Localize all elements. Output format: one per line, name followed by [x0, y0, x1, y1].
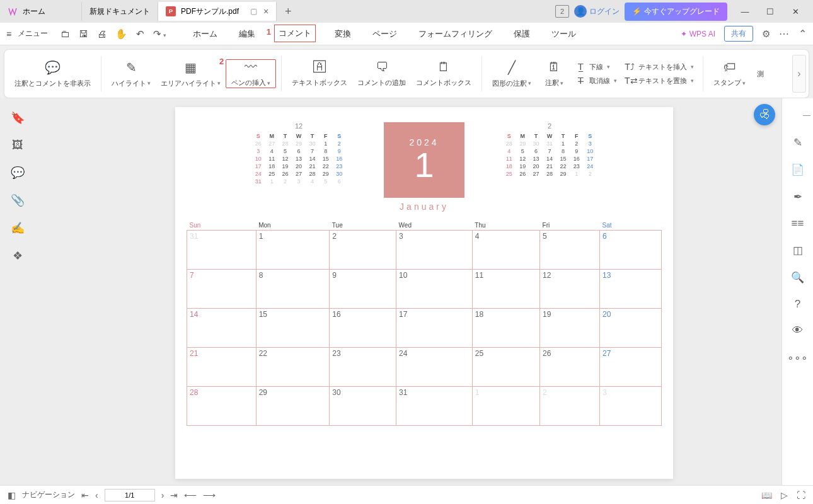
document-viewport[interactable]: 12 SMTWTFS262728293012345678910111213141…	[35, 98, 813, 485]
menutab-convert[interactable]: 変換	[332, 25, 354, 43]
main-calendar: SunMonTueWedThuFriSat3112345678910111213…	[187, 220, 662, 426]
tab-newdoc[interactable]: 新規ドキュメント	[82, 2, 158, 21]
hand-icon[interactable]: ✋	[113, 27, 130, 41]
more-tools-icon[interactable]: ∘∘∘	[787, 351, 808, 364]
last-page-icon[interactable]: ⇥	[170, 490, 178, 500]
window-close[interactable]: ✕	[783, 2, 808, 21]
menutab-home[interactable]: ホーム	[190, 25, 220, 43]
statusbar: ◧ ナビゲーション ⇤ ‹ › ⇥ ⟵ ⟶ 📖 ▷ ⛶	[0, 485, 813, 504]
window-minimize[interactable]: —	[732, 2, 758, 21]
next-page-icon[interactable]: ›	[161, 490, 164, 500]
comment-box-icon: 🗒	[437, 60, 450, 74]
collapse-right-icon[interactable]: —	[800, 108, 813, 122]
upgrade-button[interactable]: ⚡ 今すぐアップグレード	[625, 3, 727, 21]
right-sidebar: — ✎ 📄 ✒ ≡≡ ◫ 🔍 ? 👁 ∘∘∘	[781, 98, 813, 485]
redo-icon[interactable]: ↷	[151, 27, 169, 41]
play-icon[interactable]: ▷	[781, 490, 788, 500]
add-comment-button[interactable]: 🗨 コメントの追加	[352, 50, 411, 98]
measure-button[interactable]: 測	[751, 50, 770, 98]
sparkle-icon: ✦	[681, 30, 687, 38]
login-button[interactable]: 👤 ログイン	[574, 5, 620, 18]
translate-float-button[interactable]: 🗫	[754, 104, 775, 125]
thumbnail-icon[interactable]: 🖼	[12, 139, 23, 152]
compare-icon[interactable]: ≡≡	[792, 217, 804, 230]
present-icon[interactable]: ▢	[250, 7, 257, 16]
menutab-tool[interactable]: ツール	[549, 25, 579, 43]
attachment-icon[interactable]: 📎	[11, 193, 25, 207]
ribbon-scroll-right[interactable]: ›	[792, 55, 806, 93]
replace-text-button[interactable]: T⇄テキストを置換	[625, 76, 694, 86]
menutab-protect[interactable]: 保護	[511, 25, 533, 43]
insert-text-button[interactable]: T⤴テキストを挿入	[625, 62, 694, 72]
eye-icon[interactable]: 👁	[792, 324, 803, 337]
tab-home-label: ホーム	[23, 6, 45, 17]
first-page-icon[interactable]: ⇤	[81, 490, 89, 500]
tab-newdoc-label: 新規ドキュメント	[89, 6, 150, 17]
bookmark-icon[interactable]: 🔖	[11, 111, 25, 125]
wpsai-button[interactable]: ✦ WPS AI	[681, 30, 715, 38]
textbox-icon: 🄰	[313, 60, 326, 74]
layers-icon[interactable]: ❖	[13, 249, 23, 263]
underline-button[interactable]: T̲下線	[575, 62, 617, 72]
comment-panel-icon[interactable]: 💬	[11, 166, 25, 180]
replace-text-icon: T⇄	[625, 76, 635, 86]
prev-page-icon[interactable]: ‹	[95, 490, 98, 500]
window-maximize[interactable]: ☐	[758, 2, 783, 21]
export-icon[interactable]: 📄	[791, 163, 804, 176]
new-tab-button[interactable]: +	[277, 5, 299, 18]
settings-icon[interactable]: ⚙	[762, 28, 770, 40]
pen-insert-button[interactable]: 〰 ペンの挿入	[226, 59, 276, 88]
sign-icon[interactable]: ✒	[793, 190, 802, 203]
pdf-icon: P	[166, 6, 176, 16]
undo-icon[interactable]: ↶	[134, 27, 147, 41]
page-input[interactable]	[105, 489, 155, 501]
hamburger-icon[interactable]: ≡	[6, 29, 11, 39]
tab-active-file[interactable]: P PDFサンプル.pdf ▢ ×	[158, 2, 277, 21]
login-label: ログイン	[589, 6, 620, 17]
main-area: 🔖 🖼 💬 📎 ✍ ❖ 12 SMTWTFS262728293012345678…	[0, 98, 813, 485]
signature-icon[interactable]: ✍	[11, 221, 25, 235]
shape-annotation-button[interactable]: ╱ 図形の注釈	[487, 50, 536, 98]
crop-icon[interactable]: ◫	[793, 244, 803, 257]
highlight-button[interactable]: ✎ ハイライト	[107, 50, 156, 98]
save-icon[interactable]: 🖫	[76, 27, 91, 40]
menutab-page[interactable]: ページ	[370, 25, 400, 43]
area-highlight-button[interactable]: ▦ エリアハイライト	[156, 50, 226, 98]
hide-annotations-button[interactable]: 💬 注釈とコメントを非表示	[9, 50, 96, 98]
back-icon[interactable]: ⟵	[184, 490, 197, 500]
menutab-comment[interactable]: コメント	[274, 25, 316, 42]
tab-active-label: PDFサンプル.pdf	[181, 6, 239, 17]
edit-icon[interactable]: ✎	[793, 136, 802, 149]
forward-icon[interactable]: ⟶	[203, 490, 216, 500]
mini-calendar-next: 2 SMTWTFS2829303112345678910111213141516…	[502, 122, 597, 178]
nav-label[interactable]: ナビゲーション	[22, 490, 75, 500]
stamp-button[interactable]: 🏷 スタンプ	[708, 50, 751, 98]
reading-mode-icon[interactable]: 📖	[761, 490, 772, 500]
tab-home[interactable]: ホーム	[0, 2, 82, 21]
nav-panel-icon[interactable]: ◧	[8, 490, 16, 500]
search-icon[interactable]: 🔍	[791, 271, 804, 284]
main-month-block: 2024 1	[384, 122, 464, 198]
menu-label[interactable]: メニュー	[18, 28, 48, 39]
area-highlight-icon: ▦	[185, 60, 197, 75]
tab-close-icon[interactable]: ×	[263, 6, 268, 16]
open-folder-icon[interactable]: 🗀	[58, 27, 72, 40]
collapse-ribbon-icon[interactable]: ⌃	[799, 28, 807, 40]
annotation-button[interactable]: 🗓 注釈	[536, 50, 572, 98]
share-button[interactable]: 共有	[724, 26, 753, 42]
lightning-icon: ⚡	[632, 7, 642, 16]
textbox-button[interactable]: 🄰 テキストボックス	[287, 50, 352, 98]
print-icon[interactable]: 🖨	[95, 27, 109, 40]
highlighter-icon: ✎	[126, 60, 137, 75]
comment-box-button[interactable]: 🗒 コメントボックス	[411, 50, 476, 98]
strikethrough-button[interactable]: T̶取消線	[575, 76, 617, 86]
fullscreen-icon[interactable]: ⛶	[797, 490, 805, 500]
more-icon[interactable]: ⋯	[779, 28, 790, 40]
insert-text-icon: T⤴	[625, 62, 635, 72]
help-icon[interactable]: ?	[795, 298, 800, 311]
notification-badge[interactable]: 2	[555, 5, 569, 18]
menutab-edit[interactable]: 編集	[236, 25, 258, 43]
menutab-form[interactable]: フォームフィリング	[416, 25, 495, 43]
upgrade-label: 今すぐアップグレード	[644, 6, 720, 17]
menubar: ≡ メニュー 🗀 🖫 🖨 ✋ ↶ ↷ ホーム 編集 1 コメント 変換 ページ …	[0, 23, 813, 45]
